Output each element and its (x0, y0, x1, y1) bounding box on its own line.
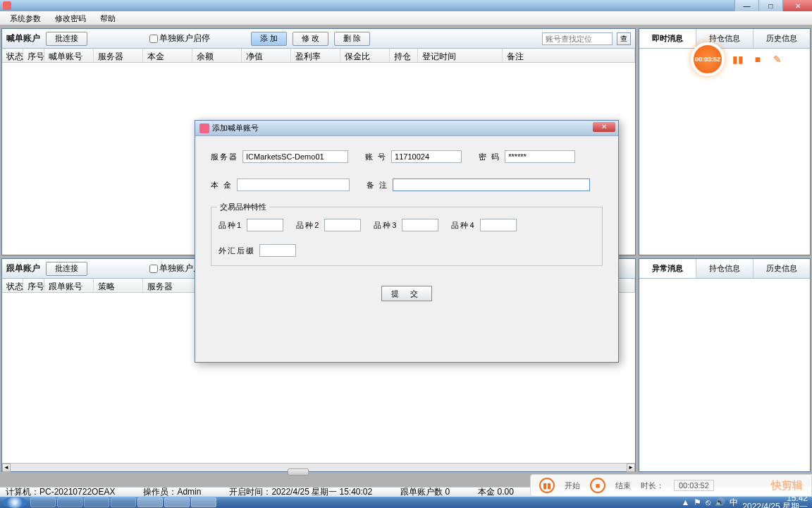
taskbar-app2-icon[interactable] (84, 497, 109, 507)
follow-single-account-toggle-input[interactable] (149, 265, 158, 273)
info-top-body (639, 49, 810, 255)
capital-input[interactable] (237, 179, 350, 191)
main-area: 喊单账户 批连接 单独账户启停 添 加 修 改 删 除 查 状态 序号 喊单账号… (0, 25, 812, 487)
recorder-logo: 快剪辑 (771, 479, 803, 492)
rec-ctrl-end-label: 结束 (615, 480, 631, 491)
tray-volume-icon[interactable]: 🔊 (715, 497, 725, 507)
scroll-right-button[interactable]: ► (627, 464, 635, 472)
tab-history-info-2[interactable]: 历史信息 (753, 259, 810, 278)
menu-change-password[interactable]: 修改密码 (48, 11, 93, 25)
add-button[interactable]: 添 加 (251, 32, 287, 46)
recording-controls-bar: ▮▮ 开始 ■ 结束 时长： 00:03:52 快剪辑 (530, 474, 812, 497)
sym1-input[interactable] (247, 219, 283, 231)
single-account-toggle-checkbox[interactable]: 单独账户启停 (149, 32, 210, 44)
info-bottom-body (639, 279, 810, 471)
sym3-input[interactable] (402, 219, 438, 231)
dialog-titlebar[interactable]: 添加喊单账号 ✕ (195, 121, 618, 136)
account-input[interactable] (391, 150, 462, 163)
server-input[interactable] (242, 150, 348, 163)
edit-button[interactable]: 修 改 (293, 32, 328, 46)
submit-button[interactable]: 提 交 (381, 286, 432, 301)
taskbar-app5-icon[interactable] (164, 497, 190, 507)
dialog-body: 服务器 账 号 密 码 本 金 备 注 (195, 136, 618, 315)
delete-button[interactable]: 删 除 (334, 32, 370, 46)
follow-panel-title: 跟单账户 (6, 262, 40, 274)
sym4-input[interactable] (480, 219, 517, 231)
menu-help[interactable]: 帮助 (93, 11, 123, 25)
dialog-title-text: 添加喊单账号 (212, 123, 259, 133)
single-account-toggle-input[interactable] (149, 35, 158, 43)
signal-column-headers: 状态 序号 喊单账号 服务器 本金 余额 净值 盈利率 保金比 持仓 登记时间 … (2, 49, 635, 63)
rec-ctrl-stop-button[interactable]: ■ (590, 478, 605, 493)
rec-ctrl-pause-button[interactable]: ▮▮ (539, 478, 555, 493)
signal-toolbar: 喊单账户 批连接 单独账户启停 添 加 修 改 删 除 查 (2, 29, 635, 49)
taskbar-app4-icon[interactable] (137, 497, 163, 507)
recording-timer-badge: 00:03:52 (691, 42, 725, 76)
recording-stop-button[interactable]: ■ (751, 53, 764, 66)
sym2-input[interactable] (324, 219, 361, 231)
follow-batch-connect-button[interactable]: 批连接 (46, 262, 87, 276)
recording-edit-button[interactable]: ✎ (771, 53, 784, 66)
symbol-legend: 交易品种特性 (217, 202, 269, 212)
recording-widget[interactable]: 00:03:52 ▮▮ ■ ✎ (691, 42, 784, 76)
tab-exception-msg[interactable]: 异常消息 (639, 259, 696, 278)
info-panel-bottom: 异常消息 持仓信息 历史信息 (639, 258, 811, 472)
window-titlebar: — □ ✕ (0, 0, 812, 11)
password-input[interactable] (505, 150, 575, 163)
menubar: 系统参数 修改密码 帮助 (0, 11, 812, 25)
tab-realtime-msg[interactable]: 即时消息 (639, 29, 696, 48)
capital-label: 本 金 (211, 180, 233, 190)
info-bottom-tabs: 异常消息 持仓信息 历史信息 (639, 259, 810, 279)
fx-suffix-input[interactable] (259, 244, 296, 257)
sym2-label: 品种2 (296, 220, 320, 231)
tray-ime-icon[interactable]: 中 (730, 497, 738, 509)
taskbar-app-icon[interactable] (57, 497, 82, 507)
sym1-label: 品种1 (219, 220, 242, 231)
windows-taskbar: ▲ ⚑ ⎋ 🔊 中 15:42 2022/4/25 星期一 (0, 497, 812, 508)
taskbar-app6-icon[interactable] (191, 497, 216, 507)
sym3-label: 品种3 (374, 220, 398, 231)
account-label: 账 号 (365, 152, 387, 162)
recording-pause-button[interactable]: ▮▮ (732, 53, 744, 66)
tray-expand-icon[interactable]: ▲ (681, 497, 689, 507)
server-label: 服务器 (211, 152, 238, 162)
signal-panel-title: 喊单账户 (6, 32, 40, 44)
maximize-button[interactable]: □ (758, 0, 782, 11)
horizontal-scrollbar[interactable]: ◄ ► (2, 463, 635, 471)
password-label: 密 码 (479, 152, 500, 162)
fx-suffix-label: 外汇后缀 (219, 246, 255, 256)
scroll-thumb[interactable] (288, 468, 309, 476)
start-button[interactable] (3, 497, 27, 508)
dialog-close-button[interactable]: ✕ (593, 122, 615, 132)
rec-ctrl-dur-label: 时长： (641, 480, 664, 491)
dialog-icon (199, 123, 209, 133)
taskbar-app3-icon[interactable] (111, 497, 136, 507)
rec-ctrl-dur-value: 00:03:52 (674, 480, 714, 491)
note-label: 备 注 (367, 180, 388, 190)
sym4-label: 品种4 (451, 220, 475, 231)
close-button[interactable]: ✕ (782, 0, 812, 11)
account-search-input[interactable] (542, 32, 613, 45)
batch-connect-button[interactable]: 批连接 (46, 32, 87, 46)
scroll-left-button[interactable]: ◄ (2, 464, 11, 472)
minimize-button[interactable]: — (734, 0, 758, 11)
app-icon (3, 1, 11, 10)
tray-network-icon[interactable]: ⎋ (706, 497, 710, 507)
symbol-fieldset: 交易品种特性 品种1 品种2 品种3 品种4 外汇后缀 (211, 207, 603, 266)
tray-flag-icon[interactable]: ⚑ (694, 497, 701, 507)
tab-position-info-2[interactable]: 持仓信息 (696, 259, 753, 278)
rec-ctrl-start-label: 开始 (565, 480, 580, 491)
search-button[interactable]: 查 (617, 32, 631, 45)
note-input[interactable] (393, 179, 590, 191)
taskbar-explorer-icon[interactable] (30, 497, 56, 507)
add-signal-account-dialog: 添加喊单账号 ✕ 服务器 账 号 密 码 本 金 (195, 120, 619, 363)
menu-system-params[interactable]: 系统参数 (3, 11, 48, 25)
